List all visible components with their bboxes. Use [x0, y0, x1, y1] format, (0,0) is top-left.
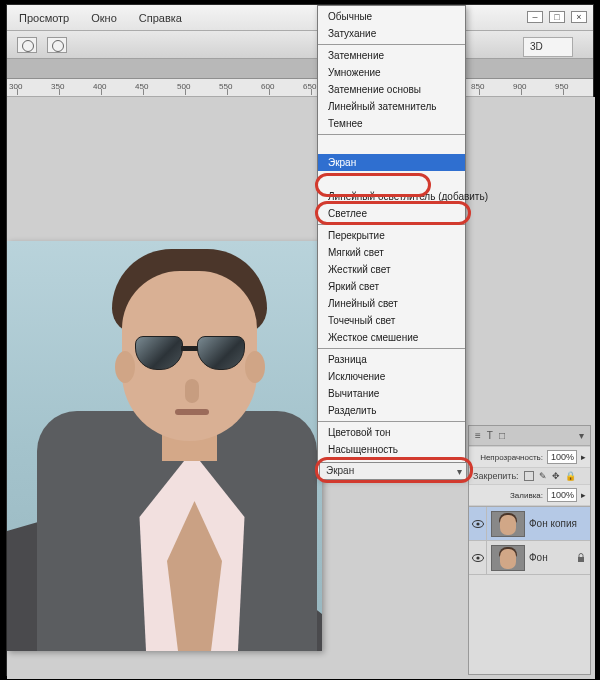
svg-point-3 [476, 556, 479, 559]
ruler-tick-label: 550 [219, 82, 232, 91]
lock-brush-icon[interactable]: ✎ [539, 471, 547, 481]
opacity-label: Непрозрачность: [480, 453, 543, 462]
opacity-input[interactable]: 100% [547, 450, 577, 464]
photo-ear-right [245, 351, 265, 383]
ruler-tick [59, 89, 60, 95]
blend-mode-item[interactable]: Темнее [318, 115, 465, 132]
blend-mode-menu: ОбычныеЗатуханиеЗатемнениеУмножениеЗатем… [317, 5, 466, 479]
blend-mode-item[interactable]: Исключение [318, 368, 465, 385]
ruler-tick [17, 89, 18, 95]
ruler-tick [479, 89, 480, 95]
panel-tab-icon[interactable]: ≡ [475, 430, 481, 441]
blend-mode-combo[interactable]: Экран [319, 462, 467, 480]
photo-ear-left [115, 351, 135, 383]
blend-mode-item[interactable] [318, 137, 465, 154]
opacity-flyout-icon[interactable]: ▸ [581, 452, 586, 462]
ruler-tick [143, 89, 144, 95]
panel-tab-icon[interactable]: □ [499, 430, 505, 441]
layer-thumbnail [491, 511, 525, 537]
minimize-button[interactable]: – [527, 11, 543, 23]
lock-icon [576, 553, 586, 563]
blend-mode-item[interactable]: Экран [318, 154, 465, 171]
blend-mode-item[interactable]: Перекрытие [318, 227, 465, 244]
visibility-eye-icon[interactable] [469, 507, 487, 540]
menu-view[interactable]: Просмотр [19, 12, 69, 24]
ruler-horizontal: 3003504004505005506006507007508008509009… [7, 79, 593, 97]
visibility-eye-icon[interactable] [469, 541, 487, 574]
opacity-row: Непрозрачность: 100% ▸ [469, 446, 590, 468]
layer-name: Фон копия [529, 518, 577, 529]
blend-mode-item[interactable]: Линейный затемнитель [318, 98, 465, 115]
blend-mode-item[interactable]: Затемнение основы [318, 81, 465, 98]
ruler-tick-label: 350 [51, 82, 64, 91]
blend-mode-item[interactable]: Светлее [318, 205, 465, 222]
document-canvas[interactable] [7, 241, 322, 651]
svg-point-1 [476, 522, 479, 525]
svg-rect-4 [578, 557, 584, 562]
blend-mode-item[interactable]: Насыщенность [318, 441, 465, 458]
fill-flyout-icon[interactable]: ▸ [581, 490, 586, 500]
fill-input[interactable]: 100% [547, 488, 577, 502]
blend-mode-item[interactable]: Цветовой тон [318, 424, 465, 441]
lock-row: Закрепить: ✎ ✥ 🔒 [469, 468, 590, 484]
ruler-tick-label: 400 [93, 82, 106, 91]
fill-row: Заливка: 100% ▸ [469, 484, 590, 506]
document-tab-bar [7, 59, 593, 79]
blend-mode-item[interactable]: Вычитание [318, 385, 465, 402]
blend-mode-item[interactable]: Умножение [318, 64, 465, 81]
layer-thumbnail [491, 545, 525, 571]
workspace-3d-button[interactable]: 3D [523, 37, 573, 57]
blend-mode-item[interactable]: Линейный свет [318, 295, 465, 312]
menu-window[interactable]: Окно [91, 12, 117, 24]
blend-mode-item[interactable]: Жесткий свет [318, 261, 465, 278]
ruler-tick [185, 89, 186, 95]
ruler-tick [563, 89, 564, 95]
blend-mode-item[interactable]: Точечный свет [318, 312, 465, 329]
options-bar [7, 31, 593, 59]
panel-tab-icon[interactable]: T [487, 430, 493, 441]
close-button[interactable]: × [571, 11, 587, 23]
menubar: Просмотр Окно Справка [7, 5, 593, 31]
layers-panel: ≡ T □ ▾ Непрозрачность: 100% ▸ Закрепить… [468, 425, 591, 675]
lock-all-icon[interactable]: 🔒 [565, 471, 576, 481]
blend-mode-item[interactable]: Яркий свет [318, 278, 465, 295]
ruler-tick-label: 300 [9, 82, 22, 91]
ruler-tick-label: 500 [177, 82, 190, 91]
ruler-tick [269, 89, 270, 95]
blend-mode-item[interactable]: Жесткое смешение [318, 329, 465, 346]
ruler-tick-label: 900 [513, 82, 526, 91]
layer-name: Фон [529, 552, 548, 563]
tool-target-icon[interactable] [47, 37, 67, 53]
ruler-tick [101, 89, 102, 95]
fill-label: Заливка: [510, 491, 543, 500]
blend-mode-item[interactable]: Затемнение [318, 47, 465, 64]
blend-mode-item[interactable]: Затухание [318, 25, 465, 42]
window-controls: – □ × [527, 11, 587, 23]
ruler-tick-label: 450 [135, 82, 148, 91]
ruler-tick-label: 650 [303, 82, 316, 91]
panel-tabs: ≡ T □ ▾ [469, 426, 590, 446]
blend-mode-item[interactable] [318, 171, 465, 188]
blend-mode-item[interactable]: Разделить [318, 402, 465, 419]
panel-menu-icon[interactable]: ▾ [579, 430, 584, 441]
ruler-tick-label: 600 [261, 82, 274, 91]
menu-help[interactable]: Справка [139, 12, 182, 24]
ruler-tick [521, 89, 522, 95]
lock-move-icon[interactable]: ✥ [552, 471, 560, 481]
photo-nose [185, 379, 199, 403]
ruler-tick [311, 89, 312, 95]
ruler-tick-label: 950 [555, 82, 568, 91]
lock-transparent-icon[interactable] [524, 471, 534, 481]
layer-row[interactable]: Фон [469, 541, 590, 575]
blend-mode-item[interactable]: Разница [318, 351, 465, 368]
photo-sunglasses [135, 336, 245, 374]
layer-row[interactable]: Фон копия [469, 507, 590, 541]
blend-mode-item[interactable]: Обычные [318, 8, 465, 25]
layers-list: Фон копияФон [469, 506, 590, 575]
tool-preset-icon[interactable] [17, 37, 37, 53]
ruler-tick-label: 850 [471, 82, 484, 91]
blend-mode-item[interactable]: Линейный осветлитель (добавить) [318, 188, 465, 205]
maximize-button[interactable]: □ [549, 11, 565, 23]
photo-mouth [175, 409, 209, 415]
blend-mode-item[interactable]: Мягкий свет [318, 244, 465, 261]
